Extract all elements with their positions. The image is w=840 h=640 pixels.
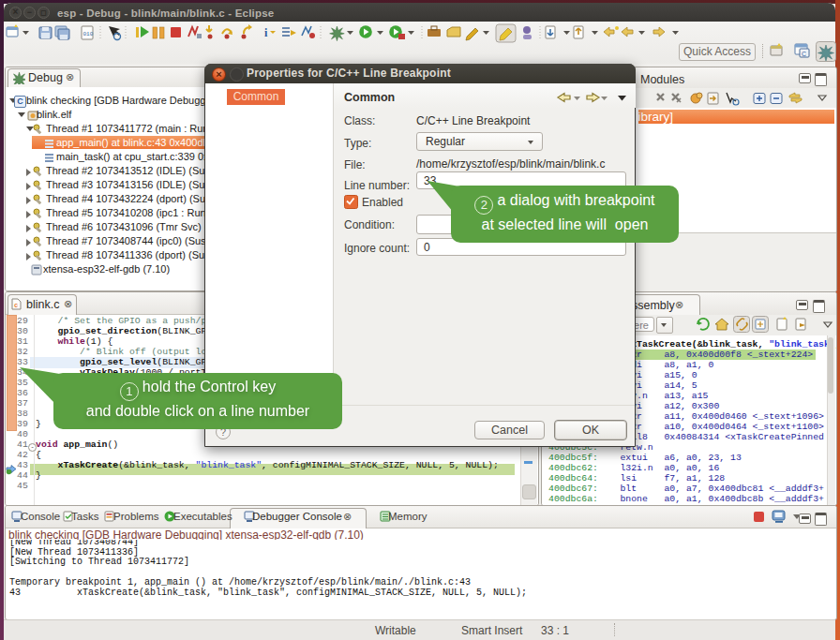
svg-text:010: 010 [83, 31, 94, 37]
svg-text:i: i [264, 26, 268, 39]
svg-text:c: c [14, 302, 18, 309]
svg-text:C: C [802, 51, 806, 57]
